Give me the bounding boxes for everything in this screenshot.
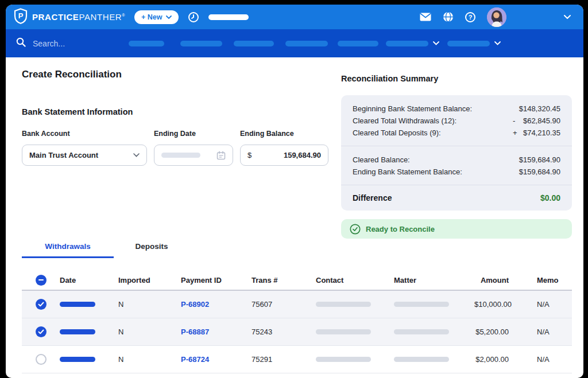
summary-row: Ending Bank Statement Balance: $159,684.…: [353, 166, 560, 178]
bank-account-label: Bank Account: [22, 130, 147, 138]
col-imported: Imported: [118, 276, 181, 285]
col-date: Date: [60, 276, 118, 285]
calendar-icon[interactable]: [216, 151, 226, 160]
summary-heading: Reconciliation Summary: [341, 74, 572, 83]
nav-item-pill[interactable]: [129, 41, 164, 46]
tab-withdrawals[interactable]: Withdrawals: [22, 242, 114, 258]
redacted-matter-pill: [394, 302, 449, 307]
table-row: N P-68724 75291 $2,000.00 N/A: [22, 346, 572, 373]
practicepanther-logo[interactable]: P PRACTICEPANTHER®: [14, 8, 125, 26]
bank-statement-section: Create Reconciliation Bank Statement Inf…: [22, 69, 341, 239]
difference-label: Difference: [353, 193, 392, 202]
app-window: P PRACTICEPANTHER® + New: [6, 5, 583, 378]
redacted-date-pill: [60, 329, 95, 334]
search-input[interactable]: [33, 39, 102, 48]
nav-menu-items: [129, 41, 501, 46]
nav-item-pill[interactable]: [447, 41, 490, 46]
ending-date-input[interactable]: [154, 145, 233, 166]
redacted-account-pill: [208, 14, 249, 20]
col-memo: Memo: [509, 276, 572, 285]
timer-icon[interactable]: [188, 11, 199, 23]
memo-cell: N/A: [509, 328, 572, 336]
difference-row: Difference $0.00: [341, 185, 572, 211]
messages-icon[interactable]: [420, 13, 431, 21]
payment-id-link[interactable]: P-68724: [181, 355, 252, 364]
imported-cell: N: [118, 328, 181, 336]
table-row: N P-68902 75607 $10,000.00 N/A: [22, 291, 572, 318]
amount-cell: $10,000.00: [474, 300, 509, 309]
redacted-matter-pill: [394, 329, 449, 334]
row-checkbox-unchecked[interactable]: [36, 354, 47, 365]
ready-status-text: Ready to Reconcile: [366, 225, 435, 233]
summary-row: Cleared Total Deposits (9): +$74,210.35: [353, 127, 560, 139]
col-payment-id: Payment ID: [181, 276, 252, 285]
chevron-down-icon: [166, 15, 172, 19]
check-circle-icon: [350, 224, 361, 235]
row-checkbox-checked[interactable]: [36, 299, 47, 310]
bank-account-field: Bank Account Main Trust Account: [22, 130, 147, 166]
summary-row: Cleared Balance: $159,684.90: [353, 154, 560, 166]
check-icon: [38, 302, 44, 307]
bank-info-heading: Bank Statement Information: [22, 107, 341, 116]
redacted-contact-pill: [316, 329, 371, 334]
col-contact: Contact: [316, 276, 394, 285]
memo-cell: N/A: [509, 355, 572, 364]
redacted-date-pill: [60, 357, 95, 362]
table-row: N P-68887 75243 $5,200.00 N/A: [22, 318, 572, 346]
page-content: Create Reconciliation Bank Statement Inf…: [6, 57, 583, 373]
summary-card: Beginning Bank Statement Balance: $148,3…: [341, 95, 572, 211]
reconciliation-summary-section: Reconciliation Summary Beginning Bank St…: [341, 69, 572, 239]
panther-shield-icon: P: [14, 8, 28, 26]
currency-prefix: $: [247, 151, 252, 159]
bank-account-select[interactable]: Main Trust Account: [22, 145, 147, 166]
svg-text:P: P: [18, 11, 24, 20]
redacted-contact-pill: [316, 302, 371, 307]
nav-dropdown-chevron-icon[interactable]: [494, 41, 501, 45]
ending-date-field: Ending Date: [154, 130, 233, 166]
nav-item-pill[interactable]: [338, 41, 378, 46]
payment-id-link[interactable]: P-68902: [181, 300, 252, 309]
help-icon[interactable]: ?: [465, 12, 475, 22]
col-matter: Matter: [394, 276, 474, 285]
trans-cell: 75243: [252, 328, 316, 336]
tab-deposits[interactable]: Deposits: [114, 242, 189, 258]
check-icon: [38, 329, 44, 334]
summary-row: Cleared Total Withdrawals (12): -$62,845…: [353, 115, 560, 127]
trans-cell: 75291: [252, 355, 316, 364]
ending-balance-value: 159,684.90: [284, 151, 321, 159]
select-all-checkbox[interactable]: [36, 275, 47, 286]
brand-name: PRACTICEPANTHER®: [32, 12, 125, 22]
transactions-tabs: Withdrawals Deposits: [22, 242, 572, 258]
ending-date-label: Ending Date: [154, 130, 233, 138]
trans-cell: 75607: [252, 300, 316, 309]
withdrawals-table: Date Imported Payment ID Trans # Contact…: [22, 270, 572, 373]
new-button[interactable]: + New: [134, 10, 178, 24]
page-title: Create Reconciliation: [22, 69, 341, 80]
summary-row: Beginning Bank Statement Balance: $148,3…: [353, 103, 560, 115]
payment-id-link[interactable]: P-68887: [181, 328, 252, 336]
nav-item-pill[interactable]: [180, 41, 222, 46]
user-menu-chevron-icon[interactable]: [564, 15, 571, 19]
global-search[interactable]: [16, 37, 119, 49]
table-header-row: Date Imported Payment ID Trans # Contact…: [22, 270, 572, 291]
amount-cell: $2,000.00: [474, 355, 509, 364]
imported-cell: N: [118, 300, 181, 309]
top-header-bar: P PRACTICEPANTHER® + New: [6, 5, 583, 29]
ending-balance-field: Ending Balance $ 159,684.90: [240, 130, 328, 166]
globe-icon[interactable]: [443, 11, 454, 22]
indeterminate-minus-icon: [38, 279, 44, 281]
row-checkbox-checked[interactable]: [36, 326, 47, 337]
user-avatar[interactable]: [487, 7, 506, 27]
nav-item-pill[interactable]: [285, 41, 328, 46]
difference-value: $0.00: [540, 193, 560, 202]
nav-item-pill[interactable]: [386, 41, 428, 46]
redacted-date-pill: [60, 302, 95, 307]
ending-balance-label: Ending Balance: [240, 130, 328, 138]
nav-item-pill[interactable]: [234, 41, 274, 46]
chevron-down-icon: [133, 153, 140, 157]
redacted-matter-pill: [394, 357, 449, 362]
nav-dropdown-chevron-icon[interactable]: [433, 41, 439, 45]
main-nav-bar: [6, 29, 583, 57]
col-amount: Amount: [474, 276, 509, 285]
ending-balance-input[interactable]: $ 159,684.90: [240, 145, 328, 166]
